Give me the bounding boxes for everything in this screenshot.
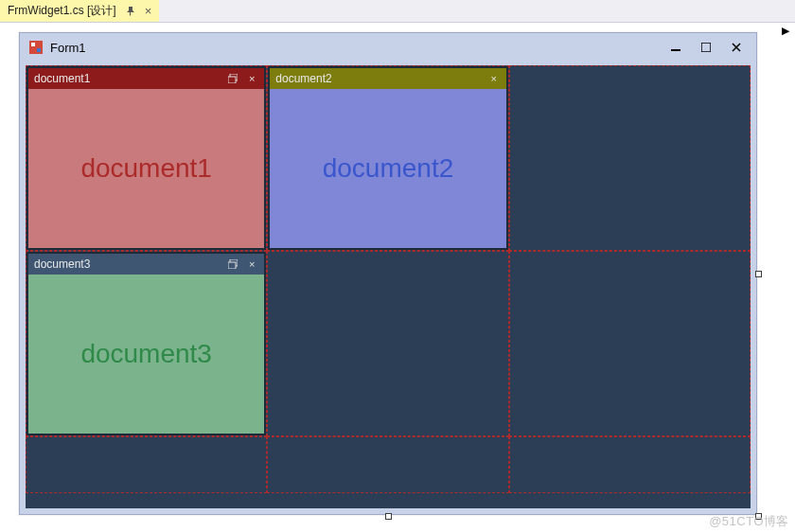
svg-rect-4 xyxy=(701,43,711,52)
document3-header-label: document3 xyxy=(34,257,90,271)
close-icon[interactable]: × xyxy=(487,72,501,85)
close-icon[interactable]: × xyxy=(145,5,152,17)
svg-rect-2 xyxy=(37,48,41,52)
close-button[interactable] xyxy=(730,41,743,54)
document1-panel[interactable]: document1 × document1 xyxy=(26,66,266,250)
document2-header-label: document2 xyxy=(275,72,331,85)
document2-panel[interactable]: document2 × document2 xyxy=(268,66,507,250)
restore-icon[interactable] xyxy=(226,72,239,85)
resize-handle-bottom[interactable] xyxy=(385,513,392,520)
cell-0-0[interactable]: document1 × document1 xyxy=(26,65,267,251)
document1-header-label: document1 xyxy=(34,72,90,85)
pin-icon[interactable] xyxy=(126,7,135,16)
ide-tab-label: FrmWidget1.cs [设计] xyxy=(8,3,116,19)
cell-1-2[interactable] xyxy=(509,251,751,436)
form-title: Form1 xyxy=(50,41,662,55)
document2-body: document2 xyxy=(270,89,505,248)
anchor-arrow-icon: ▶ xyxy=(782,25,789,37)
cell-0-1[interactable]: document2 × document2 xyxy=(267,65,508,251)
document1-body: document1 xyxy=(28,89,264,248)
svg-rect-3 xyxy=(671,49,680,51)
restore-icon[interactable] xyxy=(226,257,239,271)
form-titlebar: Form1 xyxy=(20,33,756,62)
table-layout-panel[interactable]: document1 × document1 document2 × docume xyxy=(26,65,751,508)
svg-rect-8 xyxy=(228,262,236,269)
cell-2-0[interactable] xyxy=(26,436,267,493)
document3-body: document3 xyxy=(28,275,264,434)
document2-header[interactable]: document2 × xyxy=(270,68,505,89)
window-buttons xyxy=(669,41,747,54)
cell-1-0[interactable]: document3 × document3 xyxy=(26,251,267,436)
svg-rect-1 xyxy=(31,43,35,46)
close-icon[interactable]: × xyxy=(245,257,258,271)
close-icon[interactable]: × xyxy=(245,72,258,85)
ide-tabstrip: FrmWidget1.cs [设计] × xyxy=(0,0,795,23)
maximize-button[interactable] xyxy=(699,41,713,54)
designer-surface[interactable]: ▶ Form1 document1 × xyxy=(2,23,793,526)
resize-handle-right[interactable] xyxy=(755,271,762,277)
cell-2-2[interactable] xyxy=(509,436,751,493)
watermark: @51CTO博客 xyxy=(709,513,789,530)
minimize-button[interactable] xyxy=(669,41,682,54)
ide-tab-active[interactable]: FrmWidget1.cs [设计] × xyxy=(0,0,159,22)
cell-2-1[interactable] xyxy=(267,436,508,493)
form-icon xyxy=(29,41,43,54)
document1-header[interactable]: document1 × xyxy=(28,68,264,89)
cell-0-2[interactable] xyxy=(509,65,751,251)
form-window[interactable]: Form1 document1 × document1 xyxy=(19,32,757,515)
document3-panel[interactable]: document3 × document3 xyxy=(26,252,266,435)
cell-1-1[interactable] xyxy=(267,251,508,436)
svg-rect-6 xyxy=(228,77,236,83)
document3-header[interactable]: document3 × xyxy=(28,254,264,275)
